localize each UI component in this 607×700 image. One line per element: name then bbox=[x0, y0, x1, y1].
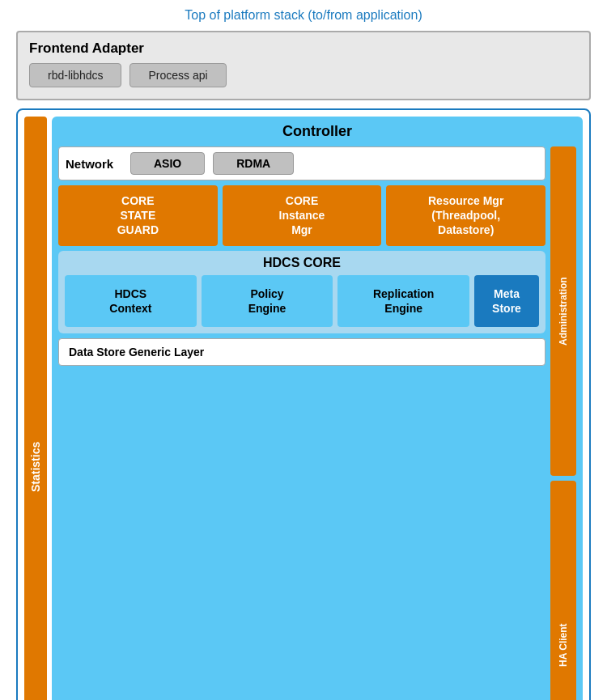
hdcs-context-box: HDCSContext bbox=[65, 275, 197, 327]
hdcs-core-title: HDCS CORE bbox=[65, 256, 539, 270]
meta-store-box: MetaStore bbox=[474, 275, 539, 327]
core-instance-mgr-box: COREInstanceMgr bbox=[223, 185, 382, 246]
right-bars: Administration HA Client bbox=[550, 146, 576, 700]
frontend-buttons: rbd-libhdcs Process api bbox=[29, 63, 578, 87]
statistics-bar: Statistics bbox=[24, 117, 47, 700]
controller-main: Network ASIO RDMA CORESTATEGUARD COREIns… bbox=[58, 146, 545, 700]
frontend-adapter-title: Frontend Adapter bbox=[29, 40, 578, 57]
rdma-button[interactable]: RDMA bbox=[213, 152, 294, 175]
process-api-button[interactable]: Process api bbox=[129, 63, 226, 87]
policy-engine-box: PolicyEngine bbox=[202, 275, 333, 327]
hdcs-core-row: HDCSContext PolicyEngine ReplicationEngi… bbox=[65, 275, 539, 327]
core-state-guard-box: CORESTATEGUARD bbox=[58, 185, 218, 246]
main-controller-box: Statistics Controller Network ASIO RDMA … bbox=[16, 108, 591, 700]
administration-bar: Administration bbox=[550, 146, 576, 476]
resource-mgr-box: Resource Mgr(Threadpool,Datastore) bbox=[386, 185, 545, 246]
frontend-adapter-box: Frontend Adapter rbd-libhdcs Process api bbox=[16, 31, 591, 100]
data-store-generic-layer: Data Store Generic Layer bbox=[58, 338, 545, 366]
orange-boxes-row: CORESTATEGUARD COREInstanceMgr Resource … bbox=[58, 185, 545, 246]
controller-title: Controller bbox=[58, 123, 576, 140]
network-row: Network ASIO RDMA bbox=[58, 146, 545, 180]
hdcs-core-section: HDCS CORE HDCSContext PolicyEngine Repli… bbox=[58, 251, 545, 333]
rbd-libhdcs-button[interactable]: rbd-libhdcs bbox=[29, 63, 121, 87]
replication-engine-box: ReplicationEngine bbox=[337, 275, 469, 327]
controller-content: Network ASIO RDMA CORESTATEGUARD COREIns… bbox=[58, 146, 576, 700]
network-label: Network bbox=[66, 157, 122, 171]
controller-inner: Controller Network ASIO RDMA CORESTATEGU… bbox=[52, 117, 583, 700]
asio-button[interactable]: ASIO bbox=[130, 152, 205, 175]
top-label: Top of platform stack (to/from applicati… bbox=[185, 8, 422, 23]
ha-client-bar: HA Client bbox=[550, 481, 576, 700]
